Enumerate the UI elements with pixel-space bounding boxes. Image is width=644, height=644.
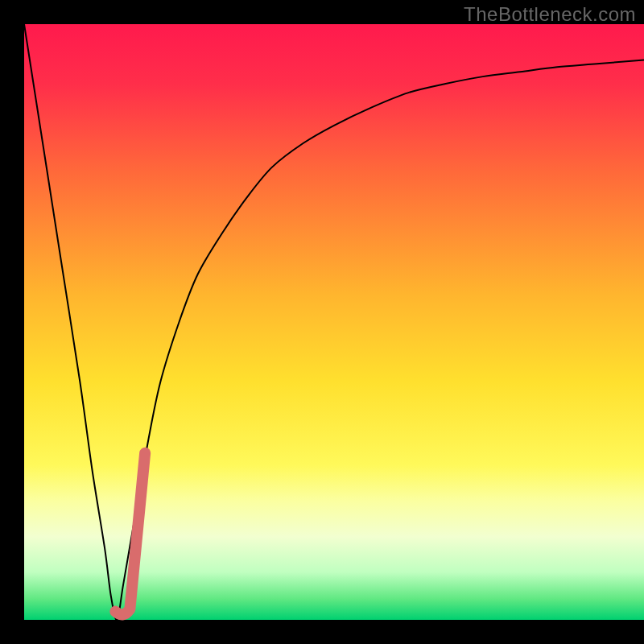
chart-svg <box>0 0 644 644</box>
watermark-text: TheBottleneck.com <box>464 3 636 26</box>
plot-background <box>24 24 644 620</box>
